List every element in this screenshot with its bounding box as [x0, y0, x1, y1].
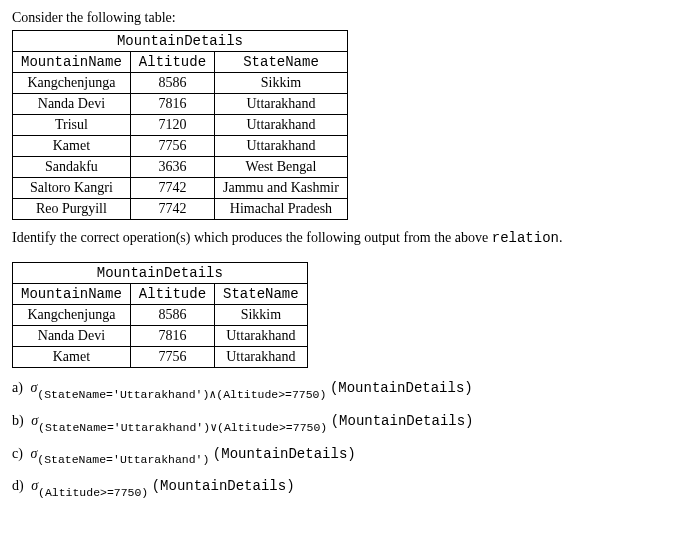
cell: 7742 — [130, 178, 214, 199]
option-d: d) σ(Altitude>=7750) (MountainDetails) — [12, 478, 686, 497]
table-row: Saltoro Kangri 7742 Jammu and Kashmir — [13, 178, 348, 199]
cell: 7742 — [130, 199, 214, 220]
cell: 7756 — [130, 347, 214, 368]
cell: Sikkim — [215, 305, 308, 326]
table-row: Reo Purgyill 7742 Himachal Pradesh — [13, 199, 348, 220]
cell: 7756 — [130, 136, 214, 157]
cell: Trisul — [13, 115, 131, 136]
cell: Sandakfu — [13, 157, 131, 178]
table-row: Kangchenjunga 8586 Sikkim — [13, 73, 348, 94]
option-b: b) σ(StateName='Uttarakhand')∨(Altitude>… — [12, 413, 686, 432]
option-label: d) — [12, 478, 24, 493]
intro-text: Consider the following table: — [12, 10, 686, 26]
option-relation: (MountainDetails) — [330, 380, 473, 396]
option-label: b) — [12, 413, 24, 428]
option-c: c) σ(StateName='Uttarakhand') (MountainD… — [12, 446, 686, 465]
cell: Uttarakhand — [215, 115, 348, 136]
cell: Saltoro Kangri — [13, 178, 131, 199]
cell: Nanda Devi — [13, 94, 131, 115]
option-subscript: (StateName='Uttarakhand')∨(Altitude>=775… — [38, 421, 327, 434]
cell: Uttarakhand — [215, 326, 308, 347]
col-header: Altitude — [130, 284, 214, 305]
cell: 7816 — [130, 94, 214, 115]
option-a: a) σ(StateName='Uttarakhand')∧(Altitude>… — [12, 380, 686, 399]
table-row: Kangchenjunga 8586 Sikkim — [13, 305, 308, 326]
table-title-row: MountainDetails — [13, 263, 308, 284]
cell: Jammu and Kashmir — [215, 178, 348, 199]
option-label: a) — [12, 380, 23, 395]
table-row: Sandakfu 3636 West Bengal — [13, 157, 348, 178]
col-header: Altitude — [130, 52, 214, 73]
prompt-code: relation — [492, 230, 559, 246]
cell: Himachal Pradesh — [215, 199, 348, 220]
col-header: MountainName — [13, 284, 131, 305]
cell: Kangchenjunga — [13, 73, 131, 94]
cell: Kamet — [13, 347, 131, 368]
prompt-text: Identify the correct operation(s) which … — [12, 230, 686, 246]
col-header: StateName — [215, 284, 308, 305]
table-row: Kamet 7756 Uttarakhand — [13, 136, 348, 157]
option-relation: (MountainDetails) — [331, 413, 474, 429]
cell: Nanda Devi — [13, 326, 131, 347]
option-subscript: (StateName='Uttarakhand')∧(Altitude>=775… — [37, 388, 326, 401]
option-relation: (MountainDetails) — [152, 478, 295, 494]
cell: Reo Purgyill — [13, 199, 131, 220]
col-header: MountainName — [13, 52, 131, 73]
cell: Uttarakhand — [215, 347, 308, 368]
cell: 8586 — [130, 73, 214, 94]
table-title: MountainDetails — [13, 31, 348, 52]
cell: 7816 — [130, 326, 214, 347]
cell: 8586 — [130, 305, 214, 326]
cell: West Bengal — [215, 157, 348, 178]
cell: Uttarakhand — [215, 94, 348, 115]
cell: Sikkim — [215, 73, 348, 94]
prompt-prefix: Identify the correct operation(s) which … — [12, 230, 492, 245]
prompt-suffix: . — [559, 230, 563, 245]
col-header: StateName — [215, 52, 348, 73]
table-header-row: MountainName Altitude StateName — [13, 284, 308, 305]
table-row: Kamet 7756 Uttarakhand — [13, 347, 308, 368]
option-relation: (MountainDetails) — [213, 446, 356, 462]
cell: 3636 — [130, 157, 214, 178]
table-result: MountainDetails MountainName Altitude St… — [12, 262, 308, 368]
table-row: Nanda Devi 7816 Uttarakhand — [13, 94, 348, 115]
table-source: MountainDetails MountainName Altitude St… — [12, 30, 348, 220]
table-title: MountainDetails — [13, 263, 308, 284]
table-row: Nanda Devi 7816 Uttarakhand — [13, 326, 308, 347]
cell: Uttarakhand — [215, 136, 348, 157]
table-header-row: MountainName Altitude StateName — [13, 52, 348, 73]
table-title-row: MountainDetails — [13, 31, 348, 52]
option-subscript: (Altitude>=7750) — [38, 486, 148, 499]
option-label: c) — [12, 446, 23, 461]
cell: Kangchenjunga — [13, 305, 131, 326]
table-row: Trisul 7120 Uttarakhand — [13, 115, 348, 136]
cell: Kamet — [13, 136, 131, 157]
options-list: a) σ(StateName='Uttarakhand')∧(Altitude>… — [12, 380, 686, 497]
option-subscript: (StateName='Uttarakhand') — [37, 453, 209, 466]
cell: 7120 — [130, 115, 214, 136]
